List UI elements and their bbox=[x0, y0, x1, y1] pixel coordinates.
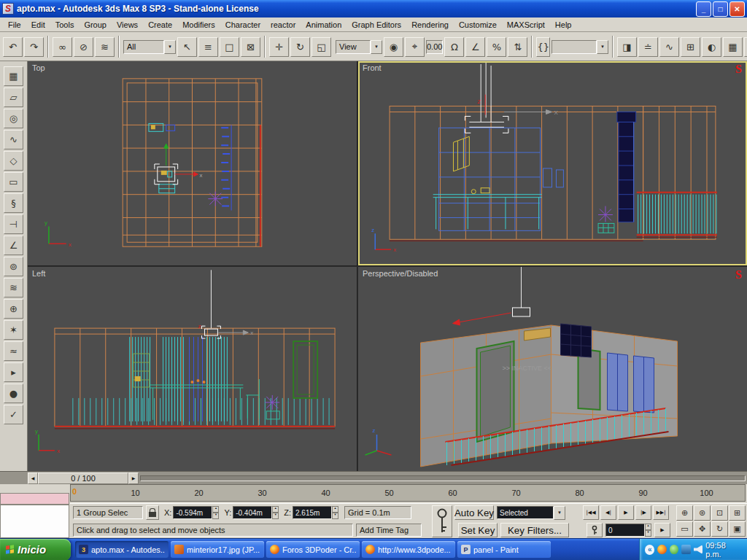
snap-spinner-field[interactable]: 0.00 bbox=[426, 40, 443, 54]
menu-item[interactable]: reactor bbox=[266, 18, 301, 31]
menu-item[interactable]: Help bbox=[550, 18, 577, 31]
zoom-extents-icon[interactable]: ⊡ bbox=[711, 505, 728, 521]
motor-icon[interactable]: ⊚ bbox=[4, 257, 23, 276]
zoom-extents-all-icon[interactable]: ⊞ bbox=[729, 505, 746, 521]
taskbar-button-browser-2[interactable]: http://www.3dpode... bbox=[362, 541, 455, 558]
toy-car-icon[interactable]: ⊕ bbox=[4, 299, 23, 319]
unlink-selection-icon[interactable]: ⊘ bbox=[74, 37, 93, 57]
y-coordinate-field[interactable]: -0.404m bbox=[233, 506, 272, 519]
spinner-snap-icon[interactable]: ⇅ bbox=[508, 37, 527, 57]
maximize-button[interactable]: □ bbox=[713, 1, 728, 17]
time-slider-handle[interactable]: 0 / 100 bbox=[38, 472, 128, 484]
add-time-tag[interactable]: Add Time Tag bbox=[356, 524, 422, 537]
redo-icon[interactable]: ↷ bbox=[24, 37, 44, 57]
viewport-perspective[interactable]: Perspective/Disabled S bbox=[358, 267, 747, 471]
select-and-rotate-icon[interactable]: ↻ bbox=[290, 37, 310, 57]
percent-snap-icon[interactable]: % bbox=[487, 37, 506, 57]
x-spinner[interactable]: ▲▼ bbox=[212, 506, 219, 519]
time-slider-track[interactable] bbox=[140, 475, 746, 481]
tray-messenger-icon[interactable] bbox=[670, 545, 678, 554]
align-icon[interactable]: ≐ bbox=[638, 37, 658, 57]
deforming-mesh-collection-icon[interactable]: ◇ bbox=[4, 151, 23, 171]
selection-lock-toggle[interactable] bbox=[146, 505, 159, 520]
menu-item[interactable]: File bbox=[3, 18, 26, 31]
select-and-scale-icon[interactable]: ◱ bbox=[311, 37, 331, 57]
next-frame-arrow-icon[interactable]: ▶ bbox=[128, 472, 139, 484]
soft-body-collection-icon[interactable]: ◎ bbox=[4, 109, 23, 128]
select-by-name-icon[interactable]: ≡ bbox=[198, 37, 218, 57]
menu-item[interactable]: Tools bbox=[50, 18, 80, 31]
menu-item[interactable]: Rendering bbox=[406, 18, 454, 31]
taskbar-button-browser-1[interactable]: Foros 3DPoder - Cr... bbox=[266, 541, 360, 558]
titlebar[interactable]: S apto.max - Autodesk 3ds Max 8 SP3 - St… bbox=[0, 0, 747, 18]
maxscript-listener-macro[interactable] bbox=[0, 493, 69, 505]
z-coordinate-field[interactable]: 2.615m bbox=[293, 506, 332, 519]
set-key-button[interactable]: Set Key bbox=[458, 523, 498, 537]
angular-dashpot-icon[interactable]: ∠ bbox=[4, 236, 23, 255]
fracture-icon[interactable]: ✶ bbox=[4, 320, 23, 340]
previous-frame-arrow-icon[interactable]: ◀ bbox=[28, 472, 38, 484]
cloth-collection-icon[interactable]: ▱ bbox=[4, 88, 23, 107]
dropdown-arrow-icon[interactable]: ▼ bbox=[371, 40, 382, 54]
viewport-front-label[interactable]: Front bbox=[363, 63, 382, 72]
schematic-view-icon[interactable]: ⊞ bbox=[681, 37, 700, 57]
tray-network-icon[interactable] bbox=[681, 545, 690, 554]
zoom-region-icon[interactable]: ▭ bbox=[676, 521, 693, 537]
taskbar-button-paint[interactable]: P panel - Paint bbox=[457, 541, 551, 558]
dropdown-arrow-icon[interactable]: ▼ bbox=[597, 40, 608, 54]
maxscript-listener[interactable] bbox=[0, 505, 69, 538]
viewport-left[interactable]: Left bbox=[28, 267, 357, 471]
menu-item[interactable]: Customize bbox=[454, 18, 502, 31]
close-button[interactable]: ✕ bbox=[729, 1, 745, 17]
rectangular-selection-region-icon[interactable]: □ bbox=[220, 37, 239, 57]
material-editor-icon[interactable]: ◐ bbox=[702, 37, 721, 57]
arc-rotate-icon[interactable]: ↻ bbox=[711, 521, 728, 537]
window-crossing-icon[interactable]: ⊠ bbox=[241, 37, 260, 57]
select-and-link-icon[interactable]: ∞ bbox=[53, 37, 72, 57]
z-spinner[interactable]: ▲▼ bbox=[332, 506, 338, 519]
analyze-world-icon[interactable]: ✓ bbox=[4, 405, 23, 424]
go-to-start-icon[interactable]: |◀◀ bbox=[583, 505, 599, 520]
rope-collection-icon[interactable]: ∿ bbox=[4, 130, 23, 149]
menu-item[interactable]: Edit bbox=[26, 18, 50, 31]
go-to-end-icon[interactable]: ▶▶| bbox=[653, 505, 669, 520]
taskbar-button-3dsmax[interactable]: 3 apto.max - Autodes... bbox=[75, 541, 169, 558]
pan-icon[interactable]: ✥ bbox=[694, 521, 711, 537]
edit-named-selections-icon[interactable]: {} bbox=[536, 37, 550, 57]
menu-item[interactable]: Animation bbox=[301, 18, 347, 31]
render-scene-icon[interactable]: ▦ bbox=[723, 37, 743, 57]
menu-item[interactable]: Group bbox=[79, 18, 112, 31]
frame-spinner[interactable]: ▲▼ bbox=[645, 524, 651, 537]
select-and-manipulate-icon[interactable]: ⌖ bbox=[405, 37, 425, 57]
select-and-move-icon[interactable]: ✛ bbox=[269, 37, 289, 57]
menu-item[interactable]: Modifiers bbox=[177, 18, 220, 31]
play-animation-icon[interactable]: ▶ bbox=[618, 505, 634, 520]
menu-item[interactable]: Create bbox=[143, 18, 177, 31]
tray-volume-icon[interactable] bbox=[694, 545, 703, 554]
rigid-body-collection-icon[interactable]: ▦ bbox=[4, 66, 23, 86]
water-icon[interactable]: ≈ bbox=[4, 341, 23, 361]
angle-snap-icon[interactable]: ∠ bbox=[465, 37, 485, 57]
curve-editor-icon[interactable]: ∿ bbox=[659, 37, 679, 57]
wind-icon[interactable]: ≋ bbox=[4, 278, 23, 298]
undo-icon[interactable]: ↶ bbox=[3, 37, 23, 57]
key-mode-dropdown[interactable]: Selected ▼ bbox=[497, 506, 565, 520]
minimize-button[interactable]: _ bbox=[696, 1, 711, 17]
zoom-icon[interactable]: ⊕ bbox=[676, 505, 693, 521]
key-filters-button[interactable]: Key Filters... bbox=[500, 523, 569, 537]
viewport-top[interactable]: Top bbox=[28, 61, 357, 266]
taskbar-button-image-viewer[interactable]: minterior17.jpg (JP... bbox=[171, 541, 264, 558]
previous-frame-icon[interactable]: ◀| bbox=[600, 505, 616, 520]
preview-animation-icon[interactable]: ▸ bbox=[4, 362, 23, 382]
tray-chevron-icon[interactable]: « bbox=[645, 545, 654, 555]
next-frame-icon[interactable]: |▶ bbox=[635, 505, 651, 520]
track-bar-ruler[interactable]: 102030405060708090100 bbox=[70, 484, 746, 502]
viewport-left-label[interactable]: Left bbox=[32, 269, 45, 278]
current-frame-field[interactable]: 0 bbox=[605, 524, 645, 537]
next-key-button[interactable]: ▶ bbox=[654, 523, 670, 537]
spring-icon[interactable]: § bbox=[4, 193, 23, 213]
reference-coordinate-dropdown[interactable]: View ▼ bbox=[336, 40, 382, 54]
start-button[interactable]: Inicio bbox=[0, 539, 71, 560]
menu-item[interactable]: Views bbox=[112, 18, 143, 31]
min-max-toggle-icon[interactable]: ▣ bbox=[729, 521, 746, 537]
